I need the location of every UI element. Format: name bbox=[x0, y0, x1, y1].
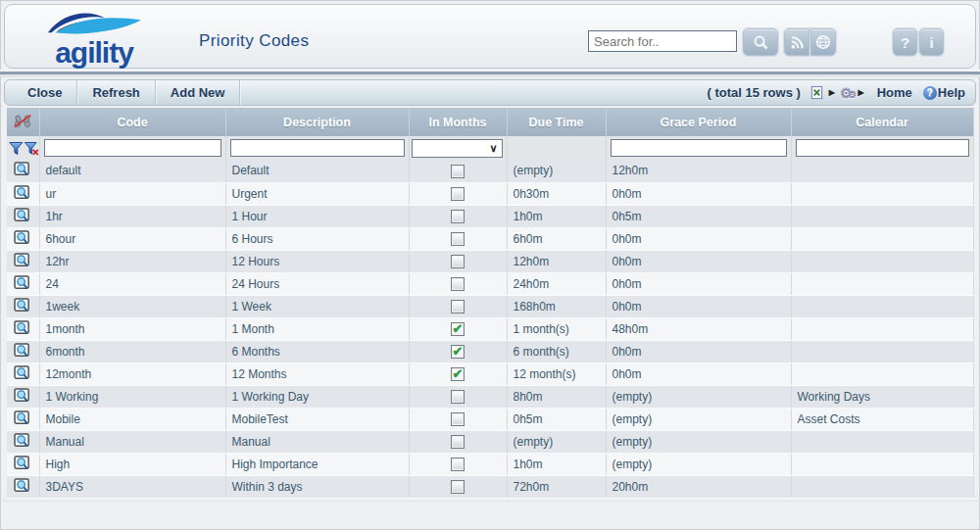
preview-icon[interactable] bbox=[14, 162, 32, 176]
preview-icon[interactable] bbox=[14, 275, 32, 290]
refresh-button[interactable]: Refresh bbox=[77, 80, 155, 105]
close-button[interactable]: Close bbox=[13, 80, 77, 105]
search-button[interactable] bbox=[743, 28, 778, 56]
magnifier-box-icon bbox=[14, 275, 32, 290]
cell-description: Default bbox=[225, 160, 409, 182]
apply-filter-icon[interactable] bbox=[9, 141, 24, 156]
in-months-checkbox[interactable] bbox=[451, 255, 465, 268]
settings-menu-arrow-icon[interactable]: ▶ bbox=[858, 88, 864, 98]
clear-filter-icon[interactable] bbox=[24, 141, 39, 156]
search-input[interactable] bbox=[588, 30, 737, 52]
in-months-checkbox[interactable] bbox=[451, 232, 465, 246]
filter-grace-cell bbox=[606, 136, 791, 160]
table-row: 1week1 Week168h0m0h0m bbox=[7, 295, 973, 317]
cell-due-time: (empty) bbox=[507, 160, 606, 182]
in-months-checkbox[interactable] bbox=[451, 390, 465, 404]
column-header-code[interactable]: Code bbox=[39, 108, 225, 136]
table-row: urUrgent0h30m0h0m bbox=[7, 182, 973, 205]
in-months-checkbox[interactable] bbox=[451, 210, 465, 223]
logo-text: agility bbox=[30, 40, 158, 66]
cell-calendar bbox=[791, 227, 973, 250]
preview-icon[interactable] bbox=[14, 208, 32, 222]
cell-calendar bbox=[791, 430, 973, 453]
preview-icon[interactable] bbox=[14, 230, 32, 245]
preview-icon[interactable] bbox=[14, 410, 32, 425]
table-row: 1hr1 Hour1h0m0h5m bbox=[7, 205, 973, 227]
cell-in-months bbox=[409, 475, 507, 498]
filter-description-cell bbox=[225, 136, 409, 160]
cell-grace-period: 20h0m bbox=[606, 475, 791, 498]
in-months-checkbox[interactable] bbox=[451, 435, 465, 449]
cell-grace-period: (empty) bbox=[606, 453, 791, 475]
rss-button[interactable] bbox=[784, 28, 809, 56]
in-months-checkbox[interactable]: ✔ bbox=[451, 345, 465, 359]
column-header-description[interactable]: Description bbox=[225, 108, 409, 136]
preview-icon[interactable] bbox=[14, 456, 32, 470]
add-new-button[interactable]: Add New bbox=[156, 80, 241, 105]
cell-description: 1 Month bbox=[225, 317, 409, 340]
filter-grace-input[interactable] bbox=[611, 139, 787, 157]
in-months-checkbox[interactable] bbox=[451, 165, 465, 178]
table-row: 2424 Hours24h0m0h0m bbox=[7, 272, 973, 295]
filter-description-input[interactable] bbox=[230, 139, 405, 157]
cell-calendar bbox=[791, 475, 973, 498]
total-rows-label: ( total 15 rows ) bbox=[708, 85, 801, 100]
filter-in-months-select[interactable]: ∨ bbox=[412, 139, 503, 158]
cell-in-months bbox=[409, 295, 507, 317]
row-preview-cell bbox=[7, 250, 39, 272]
row-preview-cell bbox=[7, 272, 39, 295]
cell-calendar bbox=[791, 362, 973, 385]
help-button[interactable]: ? bbox=[893, 28, 917, 56]
in-months-checkbox[interactable] bbox=[451, 480, 465, 494]
column-header-calendar[interactable]: Calendar bbox=[791, 108, 973, 136]
cell-calendar bbox=[791, 250, 973, 272]
cell-calendar bbox=[791, 160, 973, 182]
preview-icon[interactable] bbox=[14, 388, 32, 403]
binoculars-slash-icon bbox=[13, 114, 32, 128]
in-months-checkbox[interactable] bbox=[451, 300, 465, 313]
in-months-checkbox[interactable]: ✔ bbox=[451, 322, 465, 336]
cell-calendar bbox=[791, 205, 973, 227]
in-months-checkbox[interactable]: ✔ bbox=[451, 367, 465, 381]
home-link[interactable]: Home bbox=[877, 85, 912, 100]
magnifier-box-icon bbox=[14, 230, 32, 245]
preview-icon[interactable] bbox=[14, 320, 32, 335]
cell-code: 1 Working bbox=[39, 385, 225, 408]
preview-icon[interactable] bbox=[14, 478, 32, 493]
column-header-due-time[interactable]: Due Time bbox=[507, 108, 606, 136]
cell-grace-period: 48h0m bbox=[606, 317, 791, 340]
in-months-checkbox[interactable] bbox=[451, 412, 465, 426]
preview-icon[interactable] bbox=[14, 365, 32, 380]
row-preview-cell bbox=[7, 227, 39, 250]
preview-icon[interactable] bbox=[14, 433, 32, 448]
cell-grace-period: 0h0m bbox=[606, 182, 791, 205]
agility-logo: agility bbox=[30, 9, 158, 66]
preview-icon[interactable] bbox=[14, 298, 32, 313]
table-row: ManualManual(empty)(empty) bbox=[7, 430, 973, 453]
filter-calendar-cell bbox=[791, 136, 973, 160]
column-header-in-months[interactable]: In Months bbox=[409, 108, 507, 136]
filter-calendar-input[interactable] bbox=[796, 139, 969, 157]
search-icon bbox=[753, 34, 769, 51]
in-months-checkbox[interactable] bbox=[451, 187, 465, 201]
gear-icon: ⚙ bbox=[849, 89, 854, 100]
settings-gears-button[interactable]: ⚙⚙ bbox=[840, 85, 854, 101]
info-button[interactable]: i bbox=[919, 28, 944, 56]
preview-icon[interactable] bbox=[14, 253, 32, 267]
preview-icon[interactable] bbox=[14, 343, 32, 358]
priority-codes-table: Code Description In Months Due Time Grac… bbox=[7, 108, 974, 499]
cell-grace-period: (empty) bbox=[606, 408, 791, 430]
globe-button[interactable] bbox=[810, 28, 836, 56]
help-link[interactable]: ? Help bbox=[923, 85, 965, 100]
column-header-grace-period[interactable]: Grace Period bbox=[606, 108, 791, 136]
filter-code-input[interactable] bbox=[44, 139, 221, 157]
export-menu-arrow-icon[interactable]: ▶ bbox=[829, 88, 835, 98]
in-months-checkbox[interactable] bbox=[451, 458, 465, 471]
in-months-checkbox[interactable] bbox=[451, 277, 465, 291]
table-row: MobileMobileTest0h5m(empty)Asset Costs bbox=[7, 408, 973, 430]
preview-icon[interactable] bbox=[14, 185, 32, 200]
export-excel-button[interactable] bbox=[809, 85, 824, 100]
toggle-search-header[interactable] bbox=[7, 108, 39, 136]
logo-swoosh-icon bbox=[43, 9, 146, 36]
excel-export-icon bbox=[809, 85, 824, 100]
